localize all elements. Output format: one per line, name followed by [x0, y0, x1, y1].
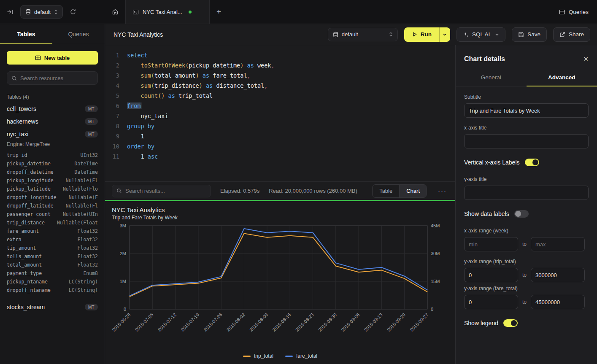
column-row: tolls_amountFloat32	[0, 252, 105, 261]
tab-title: NYC Taxi Anal...	[143, 9, 182, 15]
line-number: 3	[105, 70, 119, 81]
refresh-button[interactable]	[68, 7, 78, 17]
table-row[interactable]: hackernews MT	[0, 115, 105, 128]
collapse-sidebar-icon	[7, 8, 14, 15]
database-selector-value: default	[34, 9, 51, 15]
xaxis-title-input[interactable]	[464, 134, 589, 148]
svg-text:0: 0	[431, 307, 433, 312]
more-options-button[interactable]: ···	[436, 187, 448, 194]
tab-general[interactable]: General	[456, 70, 527, 86]
yaxis-range-fare-min-input[interactable]	[464, 295, 518, 309]
sparkles-icon	[463, 32, 469, 38]
queries-button-label: Queries	[569, 9, 589, 15]
yaxis-range-fare-label: y-axis range (fare_total)	[464, 286, 589, 291]
svg-text:2015-09-06: 2015-09-06	[340, 312, 360, 332]
run-database-selector[interactable]: default	[328, 28, 398, 41]
save-icon	[518, 32, 524, 38]
new-table-button[interactable]: New table	[7, 51, 98, 65]
topbar-left-cluster: default	[0, 0, 105, 24]
xaxis-range-max-input[interactable]	[531, 237, 585, 251]
table-row[interactable]: cell_towers MT	[0, 102, 105, 115]
line-number: 1	[105, 50, 119, 60]
svg-text:2M: 2M	[120, 251, 126, 256]
code-line: 3 sum(total_amount) as fare_total,	[105, 70, 455, 81]
code-line: 1select	[105, 50, 455, 60]
svg-text:2015-08-16: 2015-08-16	[271, 312, 292, 332]
results-search	[112, 185, 211, 197]
chevrons-updown-icon	[389, 32, 393, 37]
yaxis-range-trip-min-input[interactable]	[464, 268, 518, 282]
to-label: to	[522, 272, 527, 278]
share-icon	[559, 32, 565, 38]
column-row: pickup_datetimeDateTime	[0, 159, 105, 168]
column-row: dropoff_ntanameLC(String)	[0, 286, 105, 294]
sql-editor[interactable]: 1select2 toStartOfWeek(pickup_datetime) …	[105, 45, 455, 181]
tab-advanced[interactable]: Advanced	[527, 70, 597, 86]
yaxis-range-fare-field: y-axis range (fare_total) to	[464, 286, 589, 309]
sidebar-tab-tables[interactable]: Tables	[0, 24, 52, 44]
sidebar: Tables Queries New table Tables (4) cell…	[0, 24, 105, 364]
xaxis-range-row: to	[464, 237, 589, 251]
database-selector[interactable]: default	[20, 5, 63, 19]
view-toggle-chart[interactable]: Chart	[399, 185, 427, 197]
code-line: 7 nyc_taxi	[105, 111, 455, 121]
engine-badge: MT	[85, 304, 98, 310]
yaxis-range-trip-max-input[interactable]	[531, 268, 585, 282]
vertical-labels-toggle[interactable]	[525, 159, 539, 166]
save-button[interactable]: Save	[512, 27, 547, 42]
data-labels-toggle[interactable]	[514, 210, 529, 218]
subtitle-field-label: Subtitle	[464, 94, 589, 100]
column-row: extraFloat32	[0, 235, 105, 244]
elapsed-time: Elapsed: 0.579s	[220, 188, 259, 194]
close-panel-button[interactable]: ✕	[583, 55, 589, 63]
column-row: trip_distanceNullable(Float	[0, 218, 105, 227]
chart-section: NYC Taxi Analytics Trip and Fare Totals …	[105, 201, 455, 364]
chevron-down-icon	[495, 32, 499, 37]
yaxis-range-fare-max-input[interactable]	[531, 295, 585, 309]
view-toggle-table[interactable]: Table	[373, 185, 399, 197]
yaxis-title-field: y-axis title	[464, 176, 589, 200]
sql-ai-button[interactable]: SQL AI	[457, 27, 505, 42]
svg-text:2015-09-20: 2015-09-20	[386, 312, 406, 332]
xaxis-range-field: x-axis range (week) to	[464, 228, 589, 251]
panel-title: Chart details	[464, 55, 505, 63]
xaxis-range-min-input[interactable]	[464, 237, 518, 251]
table-name: nyc_taxi	[7, 131, 28, 138]
results-search-input[interactable]	[125, 188, 206, 194]
line-chart-svg: 2015-06-282015-07-052015-07-122015-07-19…	[112, 222, 448, 345]
resource-search	[7, 71, 98, 85]
line-number: 5	[105, 91, 119, 101]
svg-text:2015-09-27: 2015-09-27	[409, 312, 429, 332]
run-database-value: default	[342, 31, 358, 38]
sidebar-tab-queries[interactable]: Queries	[52, 24, 105, 44]
code-line: 2 toStartOfWeek(pickup_datetime) as week…	[105, 60, 455, 70]
subtitle-input[interactable]	[464, 103, 589, 118]
column-row: passenger_countNullable(UIn	[0, 210, 105, 218]
new-tab-button[interactable]: +	[210, 0, 228, 24]
legend-item[interactable]: trip_total	[243, 353, 273, 359]
tables-section-header: Tables (4)	[0, 85, 105, 102]
queries-button[interactable]: Queries	[559, 0, 589, 24]
svg-text:2015-08-23: 2015-08-23	[294, 312, 315, 332]
show-legend-toggle[interactable]	[503, 319, 518, 327]
home-tab[interactable]	[105, 0, 125, 24]
table-row[interactable]: stocks_stream MT	[0, 301, 105, 313]
yaxis-title-input[interactable]	[464, 186, 589, 200]
unsaved-indicator-dot	[189, 11, 192, 13]
yaxis-range-trip-field: y-axis range (trip_total) to	[464, 259, 589, 282]
collapse-sidebar-button[interactable]	[5, 7, 15, 17]
app-body: Tables Queries New table Tables (4) cell…	[0, 24, 597, 364]
svg-text:2015-06-28: 2015-06-28	[112, 312, 131, 332]
vertical-labels-row: Vertical x-axis Labels	[464, 159, 589, 166]
resource-search-input[interactable]	[20, 75, 95, 81]
run-button[interactable]: Run	[404, 27, 439, 42]
svg-text:3M: 3M	[120, 223, 126, 228]
column-row: pickup_longitudeNullable(Fl	[0, 176, 105, 185]
column-row: payment_typeEnum8	[0, 269, 105, 278]
query-tab[interactable]: NYC Taxi Anal...	[125, 0, 210, 24]
table-row[interactable]: nyc_taxi MT	[0, 128, 105, 140]
share-button[interactable]: Share	[553, 27, 590, 42]
view-toggle: Table Chart	[372, 184, 427, 198]
legend-item[interactable]: fare_total	[285, 353, 317, 359]
run-options-button[interactable]	[439, 27, 450, 42]
